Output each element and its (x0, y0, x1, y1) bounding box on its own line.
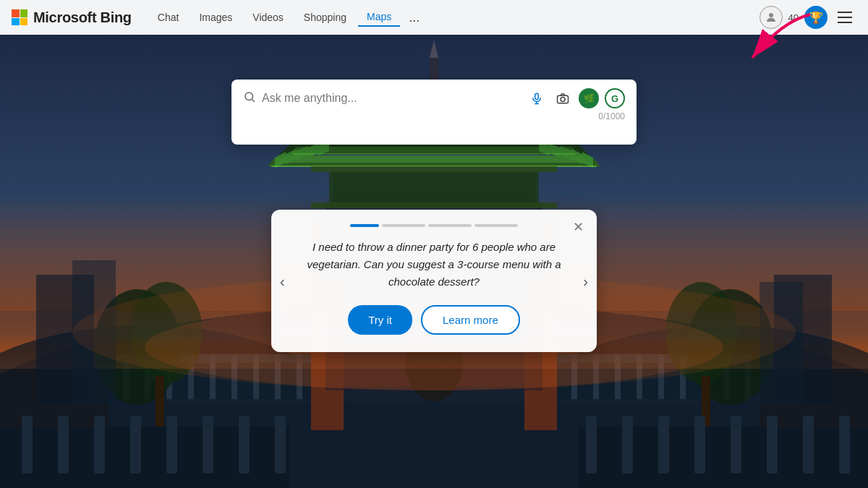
svg-point-95 (245, 93, 253, 100)
svg-rect-84 (622, 416, 633, 474)
svg-rect-82 (275, 416, 286, 474)
card-progress (300, 224, 568, 227)
svg-rect-89 (803, 416, 814, 474)
hamburger-line (838, 12, 852, 13)
suggestion-card: ✕ ‹ › I need to throw a dinner party for… (271, 210, 597, 352)
svg-point-93 (769, 13, 773, 17)
svg-rect-87 (731, 416, 741, 474)
search-box: 🌿 G 0/1000 (231, 80, 637, 145)
learn-more-button[interactable]: Learn more (421, 305, 520, 335)
navbar-right: 40 🏆 (760, 6, 856, 29)
svg-rect-76 (58, 416, 69, 474)
svg-rect-81 (239, 416, 250, 474)
svg-rect-79 (166, 416, 177, 474)
svg-rect-90 (839, 416, 850, 474)
svg-point-101 (561, 98, 565, 102)
svg-rect-56 (333, 172, 535, 204)
trophy-icon: 🏆 (809, 11, 823, 25)
svg-rect-77 (94, 416, 105, 474)
char-count: 0/1000 (243, 111, 625, 121)
svg-rect-64 (156, 376, 164, 427)
card-close-button[interactable]: ✕ (569, 218, 587, 236)
card-next-button[interactable]: › (583, 273, 588, 289)
hamburger-button[interactable] (833, 6, 856, 29)
points-count: 40 (788, 12, 799, 23)
progress-dot-3 (428, 224, 472, 227)
brand-name: Microsoft Bing (33, 9, 132, 26)
svg-rect-86 (694, 416, 705, 474)
navbar: Microsoft Bing Chat Images Videos Shoppi… (0, 0, 868, 35)
svg-rect-85 (658, 416, 669, 474)
nav-videos[interactable]: Videos (244, 9, 292, 26)
ms-logo-icon (12, 9, 27, 25)
card-prev-button[interactable]: ‹ (280, 273, 285, 289)
progress-dot-1 (350, 224, 379, 227)
logo[interactable]: Microsoft Bing (12, 9, 132, 26)
nav-images[interactable]: Images (190, 9, 241, 26)
svg-rect-58 (311, 202, 557, 208)
search-input-row: 🌿 G (243, 88, 625, 108)
camera-button[interactable] (553, 88, 573, 108)
nav-chat[interactable]: Chat (149, 9, 188, 26)
hamburger-line (838, 22, 852, 23)
g-letter: G (611, 93, 618, 104)
svg-rect-83 (586, 416, 597, 474)
svg-line-96 (252, 99, 254, 101)
leaf-icon-button[interactable]: 🌿 (579, 88, 599, 108)
suggestion-text: I need to throw a dinner party for 6 peo… (300, 239, 568, 291)
try-it-button[interactable]: Try it (348, 305, 412, 335)
nav-more[interactable]: ... (403, 7, 425, 28)
svg-rect-78 (130, 416, 141, 474)
g-icon-button[interactable]: G (605, 88, 625, 108)
svg-rect-75 (22, 416, 33, 474)
trophy-button[interactable]: 🏆 (804, 6, 827, 29)
svg-marker-37 (289, 147, 579, 154)
card-buttons: Try it Learn more (300, 305, 568, 335)
nav-maps[interactable]: Maps (358, 8, 400, 27)
search-icon (243, 90, 256, 107)
nav-shopping[interactable]: Shopping (295, 9, 355, 26)
avatar-button[interactable] (760, 6, 783, 29)
svg-rect-97 (535, 93, 539, 99)
leaf-symbol: 🌿 (584, 93, 595, 103)
nav-menu: Chat Images Videos Shopping Maps ... (149, 7, 760, 28)
microphone-button[interactable] (527, 88, 547, 108)
progress-dot-4 (475, 224, 518, 227)
svg-rect-88 (767, 416, 778, 474)
progress-dot-2 (382, 224, 425, 227)
svg-rect-80 (203, 416, 213, 474)
svg-rect-57 (311, 166, 557, 172)
hamburger-line (838, 17, 852, 18)
search-box-wrapper: 🌿 G 0/1000 (231, 80, 637, 145)
svg-marker-35 (278, 155, 590, 163)
search-input[interactable] (262, 92, 521, 105)
search-icons-right: 🌿 G (527, 88, 625, 108)
